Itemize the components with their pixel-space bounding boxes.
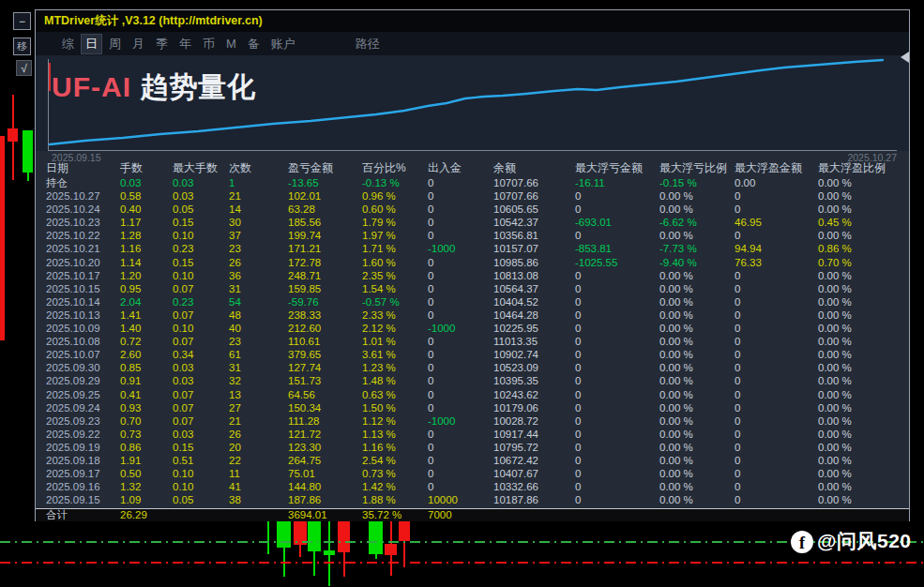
table-row[interactable]: 2025.10.240.400.051463.280.60 %010605.65… <box>36 203 909 216</box>
menu-item-周[interactable]: 周 <box>105 35 125 53</box>
table-row[interactable]: 2025.09.181.910.5122264.752.54 %010672.4… <box>36 454 909 467</box>
table-cell: 2025.09.15 <box>46 493 120 506</box>
table-cell: 13 <box>229 388 288 401</box>
minimize-button[interactable]: − <box>13 12 31 30</box>
table-cell: 0.00 % <box>818 322 902 335</box>
table-cell: 14 <box>229 203 288 216</box>
menu-item-季[interactable]: 季 <box>152 35 172 53</box>
table-cell: 2025.10.09 <box>46 322 120 335</box>
table-cell: 0.00 % <box>818 348 902 361</box>
table-row[interactable]: 持仓0.030.031-13.65-0.13 %010707.66-16.11-… <box>36 176 909 189</box>
header-cell: 最大手数 <box>173 160 229 176</box>
table-cell: -693.01 <box>575 216 659 229</box>
table-cell: 61 <box>229 348 288 361</box>
table-cell: 0.00 % <box>818 361 902 374</box>
table-cell: 1 <box>229 176 288 189</box>
table-cell: 0.00 % <box>818 295 902 309</box>
table-row[interactable]: 2025.10.221.280.1037199.741.97 %010356.8… <box>36 229 909 242</box>
brand-red-text: UF-AI <box>52 71 131 102</box>
menu-item-币[interactable]: 币 <box>199 35 219 53</box>
table-cell: 31 <box>229 361 288 374</box>
table-cell: 0.00 % <box>818 269 902 282</box>
table-cell: 0 <box>575 414 659 428</box>
table-row[interactable]: 2025.10.142.040.2354-59.76-0.57 %010404.… <box>36 295 909 309</box>
table-row[interactable]: 2025.10.091.400.1040212.602.12 %-1000102… <box>36 322 909 335</box>
table-cell: 264.75 <box>288 454 362 467</box>
table-row[interactable]: 2025.10.211.160.2323171.211.71 %-1000101… <box>36 242 909 255</box>
table-row[interactable]: 2025.10.231.170.1530185.561.79 %010542.3… <box>36 216 909 229</box>
table-cell: 0.63 % <box>362 388 428 401</box>
table-cell: 0 <box>575 374 659 387</box>
table-cell: 48 <box>229 309 288 322</box>
table-row[interactable]: 2025.10.270.580.0321102.010.96 %010707.6… <box>36 189 909 203</box>
table-cell: 40 <box>229 322 288 335</box>
table-cell: 2025.10.15 <box>46 282 120 295</box>
table-cell: 2.60 <box>120 348 173 361</box>
table-cell: 0 <box>428 216 493 229</box>
table-row[interactable]: 2025.09.161.320.1041144.801.42 %010332.6… <box>36 480 909 493</box>
candle-body <box>0 136 5 340</box>
table-cell: 0 <box>428 361 493 374</box>
table-cell: 185.56 <box>288 216 362 229</box>
check-button[interactable]: √ <box>16 60 32 76</box>
table-row[interactable]: 2025.09.151.090.0538187.861.88 %10000101… <box>36 493 909 506</box>
table-cell: 111.28 <box>288 414 362 428</box>
table-cell: 0 <box>575 189 659 203</box>
table-row[interactable]: 2025.09.240.930.0727150.341.50 %010179.0… <box>36 401 909 414</box>
table-cell: 1.40 <box>120 322 173 335</box>
menu-item-综[interactable]: 综 <box>58 35 78 53</box>
table-cell: 0.95 <box>120 282 173 295</box>
table-cell: 31 <box>229 282 288 295</box>
table-cell: 30 <box>229 216 288 229</box>
table-cell: 0 <box>428 295 493 309</box>
table-cell: 0.00 % <box>659 189 735 203</box>
header-cell: 盈亏金额 <box>288 160 362 176</box>
table-cell: 199.74 <box>288 229 362 242</box>
table-row[interactable]: 2025.09.250.410.071364.560.63 %010243.62… <box>36 388 909 401</box>
table-cell: 0.00 % <box>659 388 735 401</box>
menu-item-账户[interactable]: 账户 <box>267 35 299 53</box>
table-cell: 110.61 <box>288 335 362 348</box>
window-titlebar[interactable]: MTDriver统计 ,V3.12 (http://mtdriver.cn) <box>36 10 909 32</box>
table-cell: 0.41 <box>120 388 173 401</box>
table-cell: 0 <box>735 467 818 480</box>
table-row[interactable]: 2025.10.080.720.0723110.611.01 %011013.3… <box>36 335 909 348</box>
table-row[interactable]: 2025.09.220.730.0326121.721.13 %010917.4… <box>36 428 909 441</box>
table-row[interactable]: 2025.09.290.910.0332151.731.48 %010395.3… <box>36 374 909 387</box>
table-row[interactable]: 2025.10.171.200.1036248.712.35 %010813.0… <box>36 269 909 282</box>
table-cell: 0 <box>428 203 493 216</box>
table-cell: 2025.09.30 <box>46 361 120 374</box>
candle-body <box>8 128 18 142</box>
table-cell: 0 <box>735 348 818 361</box>
table-row[interactable]: 2025.10.131.410.0748238.332.33 %010464.2… <box>36 309 909 322</box>
table-cell: 2025.09.19 <box>46 441 120 454</box>
table-cell: 0 <box>735 189 818 203</box>
table-cell: 0.03 <box>173 189 229 203</box>
table-row[interactable]: 2025.10.072.600.3461379.653.61 %010902.7… <box>36 348 909 361</box>
menu-item-月[interactable]: 月 <box>129 35 148 53</box>
table-cell: 0.00 % <box>659 361 735 374</box>
table-row[interactable]: 2025.09.230.700.0721111.281.12 %-1000100… <box>36 414 909 428</box>
table-cell: 0.85 <box>120 361 173 374</box>
table-cell: 0.70 % <box>818 256 902 269</box>
table-cell: 0 <box>735 480 818 493</box>
menu-item-M[interactable]: M <box>222 36 240 52</box>
menu-item-年[interactable]: 年 <box>175 35 195 53</box>
menu-item-备[interactable]: 备 <box>244 35 264 53</box>
table-cell: 0 <box>575 229 659 242</box>
table-cell: 10243.62 <box>493 388 575 401</box>
move-stamp-button[interactable]: 移 <box>13 38 31 55</box>
table-cell: 23 <box>229 335 288 348</box>
table-cell: -59.76 <box>288 295 362 309</box>
table-row[interactable]: 2025.09.300.850.0331127.741.23 %010523.0… <box>36 361 909 374</box>
scroll-arrow-icon[interactable] <box>901 52 909 63</box>
menu-item-日[interactable]: 日 <box>82 35 101 53</box>
table-cell: 2025.09.29 <box>46 374 120 387</box>
menu-item-路径[interactable]: 路径 <box>352 35 384 53</box>
table-row[interactable]: 2025.10.201.140.1526172.781.60 %010985.8… <box>36 256 909 269</box>
candle-wick <box>267 519 269 554</box>
table-row[interactable]: 2025.09.170.500.101175.010.73 %010407.67… <box>36 467 909 480</box>
table-row[interactable]: 2025.09.190.860.1520123.301.16 %010795.7… <box>36 441 909 454</box>
table-row[interactable]: 2025.10.150.950.0731159.851.54 %010564.3… <box>36 282 909 295</box>
table-body: 持仓0.030.031-13.65-0.13 %010707.66-16.11-… <box>36 176 909 506</box>
